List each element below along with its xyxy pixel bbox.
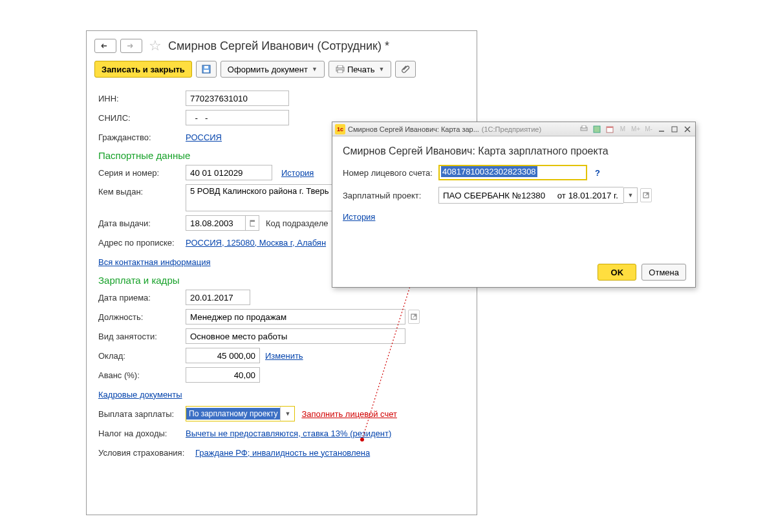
titlebar-calc-icon[interactable] xyxy=(592,124,602,134)
svg-rect-13 xyxy=(594,126,600,133)
titlebar-print-icon[interactable] xyxy=(579,124,589,134)
hire-date-label: Дата приема: xyxy=(98,293,186,303)
svg-rect-2 xyxy=(204,66,208,69)
tax-link[interactable]: Вычеты не предоставляются, ставка 13% (р… xyxy=(186,429,391,438)
window-title: Смирнов Сергей Иванович (Сотрудник) * xyxy=(168,39,389,53)
popup-body: Смирнов Сергей Иванович: Карта зарплатно… xyxy=(332,136,695,235)
payment-method-dropdown[interactable]: По зарплатному проекту ▼ xyxy=(186,406,295,421)
titlebar-m-button[interactable]: M xyxy=(618,124,628,134)
save-button[interactable] xyxy=(196,61,217,78)
snils-field[interactable] xyxy=(186,110,289,125)
nav-forward-button[interactable] xyxy=(120,39,142,53)
payment-label: Выплата зарплаты: xyxy=(98,409,186,419)
window-header: ☆ Смирнов Сергей Иванович (Сотрудник) * xyxy=(87,31,477,57)
snils-label: СНИЛС: xyxy=(98,113,186,123)
titlebar-m-minus-button[interactable]: M- xyxy=(643,124,654,134)
salary-card-popup: 1c Смирнов Сергей Иванович: Карта зар...… xyxy=(332,122,696,288)
account-number-field[interactable]: 40817810032302823308 xyxy=(438,165,587,180)
svg-rect-17 xyxy=(672,127,677,132)
serial-label: Серия и номер: xyxy=(98,168,186,178)
arrow-right-icon xyxy=(126,43,136,49)
employment-field[interactable] xyxy=(186,328,405,344)
svg-rect-1 xyxy=(204,70,209,72)
nav-back-button[interactable] xyxy=(94,39,116,53)
salary-label: Оклад: xyxy=(98,351,186,361)
help-icon[interactable]: ? xyxy=(595,168,600,178)
titlebar-maximize-button[interactable] xyxy=(669,124,680,134)
titlebar-close-button[interactable] xyxy=(682,124,693,134)
issue-date-field[interactable] xyxy=(186,215,245,231)
titlebar-calendar-icon[interactable] xyxy=(605,124,615,134)
issued-by-label: Кем выдан: xyxy=(98,184,186,197)
position-open-button[interactable] xyxy=(408,310,420,324)
print-button[interactable]: Печать▼ xyxy=(329,61,392,78)
position-field[interactable] xyxy=(186,309,405,325)
salary-project-field[interactable] xyxy=(438,187,623,204)
chevron-down-icon: ▼ xyxy=(280,407,294,421)
inn-field[interactable] xyxy=(186,90,289,106)
ok-button[interactable]: OK xyxy=(598,264,636,281)
svg-rect-4 xyxy=(338,65,343,68)
save-and-close-button[interactable]: Записать и закрыть xyxy=(94,61,192,78)
salary-project-label: Зарплатный проект: xyxy=(343,191,438,200)
popup-footer: OK Отмена xyxy=(598,264,686,281)
open-icon xyxy=(643,192,649,198)
chevron-down-icon: ▼ xyxy=(378,66,384,72)
chevron-down-icon: ▼ xyxy=(312,66,318,72)
project-open-button[interactable] xyxy=(640,188,652,202)
attachment-button[interactable] xyxy=(395,61,416,78)
change-salary-link[interactable]: Изменить xyxy=(265,351,303,361)
project-dropdown-button[interactable]: ▼ xyxy=(623,187,638,203)
popup-title-short: Смирнов Сергей Иванович: Карта зар... xyxy=(348,125,479,133)
passport-history-link[interactable]: История xyxy=(281,168,314,178)
hire-date-field[interactable] xyxy=(186,290,250,305)
create-document-label: Оформить документ xyxy=(228,65,308,74)
app-1c-icon: 1c xyxy=(335,124,345,134)
passport-serial-field[interactable] xyxy=(186,165,272,180)
dept-code-label: Код подразделе xyxy=(266,218,328,228)
printer-icon xyxy=(336,65,345,73)
payment-method-value: По зарплатному проекту xyxy=(186,408,280,420)
insurance-label: Условия страхования: xyxy=(98,448,195,458)
create-document-button[interactable]: Оформить документ▼ xyxy=(221,61,325,78)
titlebar-m-plus-button[interactable]: M+ xyxy=(630,124,641,134)
cancel-button[interactable]: Отмена xyxy=(641,264,686,281)
all-contacts-link[interactable]: Вся контактная информация xyxy=(98,257,210,267)
calendar-button[interactable] xyxy=(245,215,259,231)
popup-titlebar: 1c Смирнов Сергей Иванович: Карта зар...… xyxy=(332,122,695,136)
open-icon xyxy=(411,314,417,320)
salary-field[interactable] xyxy=(186,348,260,363)
favorite-star-icon[interactable]: ☆ xyxy=(149,37,162,54)
arrow-left-icon xyxy=(100,43,111,49)
advance-label: Аванс (%): xyxy=(98,370,186,380)
popup-heading: Смирнов Сергей Иванович: Карта зарплатно… xyxy=(343,145,685,157)
svg-rect-12 xyxy=(582,125,586,128)
address-label: Адрес по прописке: xyxy=(98,238,186,248)
employment-label: Вид занятости: xyxy=(98,332,186,341)
toolbar: Записать и закрыть Оформить документ▼ Пе… xyxy=(87,57,477,84)
insurance-link[interactable]: Граждане РФ; инвалидность не установлена xyxy=(195,448,370,458)
svg-rect-5 xyxy=(338,70,343,73)
address-link[interactable]: РОССИЯ, 125080, Москва г, Алабян xyxy=(186,238,326,248)
floppy-icon xyxy=(202,65,211,74)
advance-field[interactable] xyxy=(186,367,260,383)
account-number-label: Номер лицевого счета: xyxy=(343,168,438,178)
popup-history-link[interactable]: История xyxy=(343,212,375,222)
popup-title-suffix: (1С:Предприятие) xyxy=(482,125,541,133)
position-label: Должность: xyxy=(98,312,186,322)
svg-rect-7 xyxy=(250,220,255,222)
issued-by-field[interactable] xyxy=(186,184,346,211)
account-number-value: 40817810032302823308 xyxy=(441,166,537,177)
calendar-icon xyxy=(250,219,255,227)
titlebar-minimize-button[interactable] xyxy=(656,124,667,134)
hr-docs-link[interactable]: Кадровые документы xyxy=(98,390,182,399)
svg-rect-15 xyxy=(607,127,613,128)
print-label: Печать xyxy=(347,65,375,74)
tax-label: Налог на доходы: xyxy=(98,429,186,438)
citizenship-link[interactable]: РОССИЯ xyxy=(186,133,222,142)
fill-account-link[interactable]: Заполнить лицевой счет xyxy=(301,409,397,419)
inn-label: ИНН: xyxy=(98,94,186,103)
issue-date-label: Дата выдачи: xyxy=(98,218,186,228)
paperclip-icon xyxy=(401,65,410,74)
citizenship-label: Гражданство: xyxy=(98,133,186,142)
